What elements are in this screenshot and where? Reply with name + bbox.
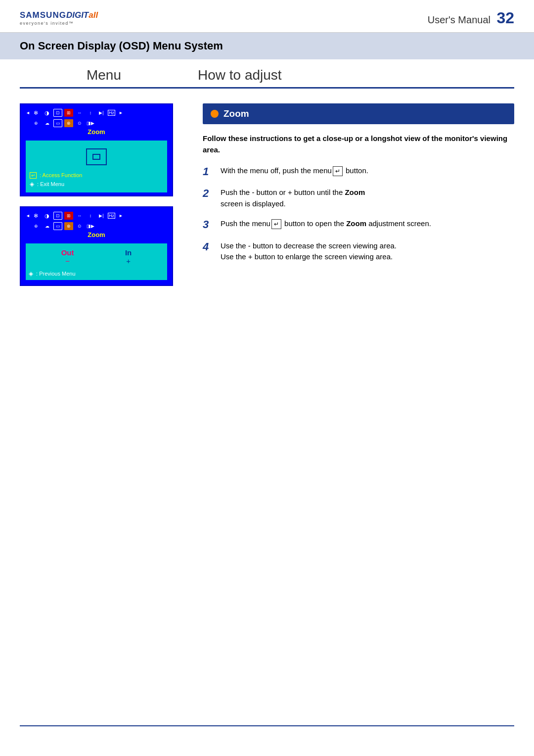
osd2-contrast-icon: ◑: [43, 212, 51, 220]
header-manual-info: User's Manual 32: [428, 9, 514, 27]
osd2-size-icon: ⊡: [53, 212, 62, 220]
osd-icon-row-2: ⊕ ☁ ▭ ⊗ ⊙ ◨▶: [24, 118, 169, 127]
exit-menu-text: : Exit Menu: [37, 181, 64, 187]
osd2-icons-top: ✻ ◑ ⊡ ⊞ ↔ ↕ ▶| Hz ►: [32, 212, 167, 220]
osd-top-row-1: ◄ ✻ ◑ ⊡ ⊞ ↔ ↕ ▶| Hz ►: [24, 107, 169, 117]
samsung-logo: SAMSUNG DIGITall: [20, 10, 98, 20]
step-1-text: With the menu off, push the menu↵ button…: [221, 165, 368, 177]
step-2-text: Push the - button or + button until the …: [221, 187, 365, 209]
osd2-horiz-icon: ↔: [75, 212, 84, 220]
page-header: SAMSUNG DIGITall everyone's invited™ Use…: [0, 0, 534, 33]
zoom-inner-box: [92, 154, 100, 160]
hz-icon: Hz: [108, 110, 115, 116]
step-3-zoom-bold: Zoom: [346, 219, 366, 228]
step-3: 3 Push the menu↵ button to open the Zoom…: [203, 218, 514, 231]
step-4: 4 Use the - button to decrease the scree…: [203, 240, 514, 263]
signal-icon: ▶|: [97, 109, 106, 117]
osd2-degauss-icon: ⊕: [32, 222, 41, 230]
plus-label: +: [125, 257, 132, 265]
logo-subtitle: everyone's invited™: [20, 21, 74, 26]
osd2-right-arrow: ►: [119, 213, 123, 218]
osd2-icons-row2: ⊕ ☁ ▭ ⊗ ⊙ ◨▶: [32, 222, 167, 230]
main-content: ◄ ✻ ◑ ⊡ ⊞ ↔ ↕ ▶| Hz ►: [0, 89, 534, 311]
osd-icons-row2: ⊕ ☁ ▭ ⊗ ⊙ ◨▶: [32, 119, 167, 127]
size-icon: ⊡: [53, 109, 62, 117]
step-2: 2 Push the - button or + button until th…: [203, 187, 514, 209]
page-number: 32: [496, 9, 514, 27]
footer-line: [20, 725, 514, 726]
geometry-icon: ⊞: [64, 109, 73, 117]
osd2-top-row-1: ◄ ✻ ◑ ⊡ ⊞ ↔ ↕ ▶| Hz ►: [24, 210, 169, 220]
osd-zoom-icon-area: [29, 143, 164, 170]
brightness-icon: ✻: [32, 109, 41, 117]
col-adjust-header: How to adjust: [188, 67, 514, 83]
step-4-num: 4: [203, 240, 214, 253]
osd2-zoom-active-icon: ⊗: [64, 222, 73, 230]
pin-icon: ⊙: [75, 119, 84, 127]
col-menu-header: Menu: [20, 67, 188, 83]
osd2-in-col: In +: [125, 248, 132, 265]
logo-area: SAMSUNG DIGITall everyone's invited™: [20, 10, 98, 26]
osd2-prev-line: ◈ : Previous Menu: [26, 268, 167, 280]
osd2-vert-icon: ↕: [86, 212, 95, 220]
geometry2-icon: ▭: [53, 119, 62, 127]
osd2-color-icon: ☁: [43, 222, 51, 230]
step-4-text: Use the - button to decrease the screen …: [221, 240, 397, 263]
osd-screen-2: ◄ ✻ ◑ ⊡ ⊞ ↔ ↕ ▶| Hz ► ⊕ ☁ ▭: [20, 206, 173, 286]
osd2-left-arrow: ◄: [26, 213, 30, 218]
osd2-out-in-area: Out − In +: [26, 243, 167, 268]
vert-icon: ↕: [86, 109, 95, 117]
osd2-geometry-icon: ⊞: [64, 212, 73, 220]
prev-key-icon: ◈: [29, 270, 33, 277]
osd-zoom-display: [86, 148, 107, 165]
menu-btn-1: ↵: [333, 166, 343, 176]
osd2-icon-row-2: ⊕ ☁ ▭ ⊗ ⊙ ◨▶: [24, 221, 169, 230]
osd2-zoom-label: Zoom: [24, 230, 169, 241]
step-3-text: Push the menu↵ button to open the Zoom a…: [221, 218, 431, 230]
logo-all-text: all: [89, 10, 98, 20]
menu-btn-3: ↵: [271, 219, 281, 229]
step-3-num: 3: [203, 218, 214, 231]
osd2-hz-icon: Hz: [108, 213, 115, 219]
osd-access-line: ↵ : Access Function: [29, 170, 164, 180]
step-1-num: 1: [203, 165, 214, 178]
menu-screenshots-col: ◄ ✻ ◑ ⊡ ⊞ ↔ ↕ ▶| Hz ►: [20, 103, 188, 296]
minus-label: −: [61, 257, 74, 265]
access-function-text: : Access Function: [40, 172, 82, 178]
step-2-zoom-bold: Zoom: [345, 188, 365, 196]
section-title-bar: On Screen Display (OSD) Menu System: [0, 33, 534, 59]
step-1: 1 With the menu off, push the menu↵ butt…: [203, 165, 514, 178]
osd-left-arrow: ◄: [26, 110, 30, 115]
manual-label: User's Manual: [428, 14, 490, 25]
enter-key-icon: ↵: [30, 172, 37, 179]
osd2-pin-icon: ⊙: [75, 222, 84, 230]
in-label: In: [125, 248, 132, 257]
osd-zoom-label-1: Zoom: [24, 127, 169, 139]
contrast-icon: ◑: [43, 109, 51, 117]
osd-exit-line: ◈ : Exit Menu: [29, 180, 164, 189]
previous-menu-text: : Previous Menu: [36, 271, 75, 277]
moire-icon: ◨▶: [86, 119, 95, 127]
osd-icons-top: ✻ ◑ ⊡ ⊞ ↔ ↕ ▶| Hz ►: [32, 109, 167, 117]
zoom-section-header: Zoom: [203, 103, 514, 124]
osd2-geometry2-icon: ▭: [53, 222, 62, 230]
osd-right-arrow: ►: [119, 110, 123, 115]
osd2-moire-icon: ◨▶: [86, 222, 95, 230]
logo-digit-text: DIGIT: [66, 10, 89, 20]
color-icon: ☁: [43, 119, 51, 127]
zoom-icon-active: ⊗: [64, 119, 73, 127]
horiz-icon: ↔: [75, 109, 84, 117]
column-headers: Menu How to adjust: [20, 59, 514, 89]
zoom-intro-text: Follow these instructions to get a close…: [203, 133, 514, 155]
section-title: On Screen Display (OSD) Menu System: [20, 40, 514, 52]
osd2-brightness-icon: ✻: [32, 212, 41, 220]
zoom-dot-icon: [211, 110, 219, 118]
osd-screen-1: ◄ ✻ ◑ ⊡ ⊞ ↔ ↕ ▶| Hz ►: [20, 103, 173, 196]
degauss-icon: ⊕: [32, 119, 41, 127]
out-label: Out: [61, 248, 74, 257]
instructions-col: Zoom Follow these instructions to get a …: [203, 103, 514, 296]
osd2-out-col: Out −: [61, 248, 74, 265]
step-2-num: 2: [203, 187, 214, 200]
exit-key-icon: ◈: [30, 181, 34, 188]
osd-cyan-body-1: ↵ : Access Function ◈ : Exit Menu: [26, 141, 167, 192]
